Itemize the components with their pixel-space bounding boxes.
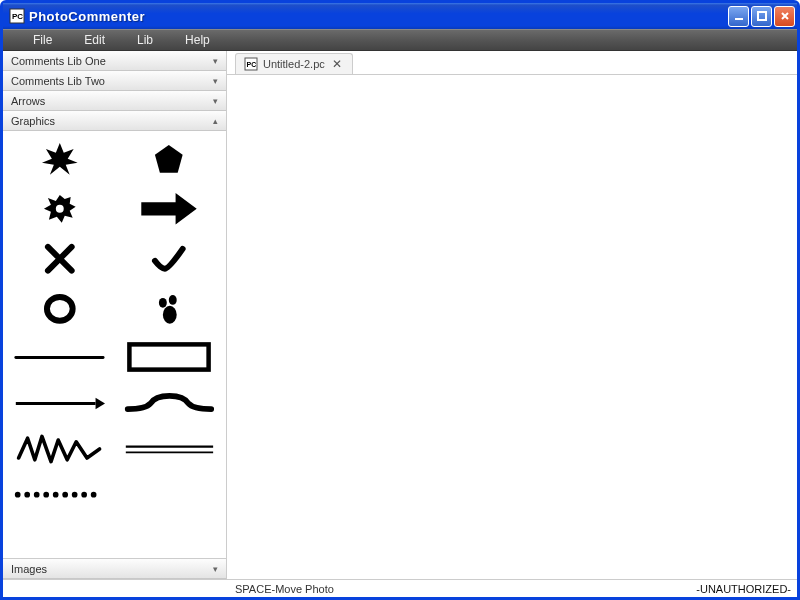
section-label: Comments Lib One	[11, 55, 106, 67]
sidebar-section-comments-lib-one[interactable]: Comments Lib One ▾	[3, 51, 226, 71]
app-window: PC PhotoCommenter File Edit Lib Help Com…	[0, 0, 800, 600]
svg-point-20	[91, 492, 97, 498]
svg-point-17	[63, 492, 69, 498]
section-label: Images	[11, 563, 47, 575]
section-label: Arrows	[11, 95, 45, 107]
shape-scribble-zigzag[interactable]	[7, 429, 113, 469]
document-tab[interactable]: PC Untitled-2.pc ✕	[235, 53, 353, 74]
shape-double-underline[interactable]	[117, 429, 223, 469]
maximize-button[interactable]	[751, 6, 772, 27]
svg-text:PC: PC	[12, 12, 23, 21]
shape-right-arrow[interactable]	[117, 187, 223, 231]
chevron-down-icon: ▾	[213, 56, 218, 66]
menu-help[interactable]: Help	[169, 30, 226, 50]
graphics-panel	[3, 131, 226, 559]
section-label: Graphics	[11, 115, 55, 127]
svg-point-18	[72, 492, 78, 498]
menu-edit[interactable]: Edit	[68, 30, 121, 50]
sidebar-section-comments-lib-two[interactable]: Comments Lib Two ▾	[3, 71, 226, 91]
sidebar-section-arrows[interactable]: Arrows ▾	[3, 91, 226, 111]
svg-point-12	[15, 492, 21, 498]
canvas[interactable]	[227, 75, 797, 579]
chevron-down-icon: ▾	[213, 76, 218, 86]
tab-close-icon[interactable]: ✕	[330, 58, 344, 70]
section-label: Comments Lib Two	[11, 75, 105, 87]
shape-checkmark[interactable]	[117, 237, 223, 281]
menu-lib[interactable]: Lib	[121, 30, 169, 50]
svg-point-7	[47, 297, 73, 321]
shape-thin-arrow[interactable]	[7, 383, 113, 423]
status-right: -UNAUTHORIZED-	[696, 583, 791, 595]
shape-grid	[7, 137, 222, 515]
statusbar: SPACE-Move Photo -UNAUTHORIZED-	[3, 579, 797, 597]
svg-point-19	[82, 492, 88, 498]
document-icon: PC	[244, 57, 258, 71]
shape-gear-blob[interactable]	[7, 187, 113, 231]
shape-curly-brace[interactable]	[117, 383, 223, 423]
titlebar[interactable]: PC PhotoCommenter	[3, 3, 797, 29]
document-tabstrip: PC Untitled-2.pc ✕	[227, 51, 797, 75]
svg-point-9	[169, 295, 177, 305]
shape-burst-star[interactable]	[7, 137, 113, 181]
shape-circle-outline[interactable]	[7, 287, 113, 331]
shape-dotted-line[interactable]	[7, 475, 113, 515]
svg-rect-11	[130, 344, 209, 369]
chevron-up-icon: ▴	[213, 116, 218, 126]
status-hint: SPACE-Move Photo	[235, 583, 334, 595]
menubar: File Edit Lib Help	[3, 29, 797, 51]
svg-point-8	[159, 298, 167, 308]
svg-point-16	[53, 492, 59, 498]
tab-label: Untitled-2.pc	[263, 58, 325, 70]
svg-text:PC: PC	[247, 61, 257, 68]
app-icon: PC	[9, 8, 25, 24]
svg-point-10	[163, 306, 177, 324]
main-content: Comments Lib One ▾ Comments Lib Two ▾ Ar…	[3, 51, 797, 579]
chevron-down-icon: ▾	[213, 96, 218, 106]
shape-footprints[interactable]	[117, 287, 223, 331]
svg-point-13	[25, 492, 31, 498]
shape-cross-x[interactable]	[7, 237, 113, 281]
svg-marker-4	[42, 143, 78, 175]
shape-thin-underline[interactable]	[7, 337, 113, 377]
menu-file[interactable]: File	[17, 30, 68, 50]
shape-rectangle-outline[interactable]	[117, 337, 223, 377]
window-controls	[728, 6, 795, 27]
canvas-area: PC Untitled-2.pc ✕	[227, 51, 797, 579]
chevron-down-icon: ▾	[213, 564, 218, 574]
window-title: PhotoCommenter	[29, 9, 728, 24]
sidebar-section-images[interactable]: Images ▾	[3, 559, 226, 579]
close-button[interactable]	[774, 6, 795, 27]
shape-pentagon[interactable]	[117, 137, 223, 181]
svg-marker-5	[155, 145, 183, 173]
minimize-button[interactable]	[728, 6, 749, 27]
svg-point-6	[56, 205, 64, 213]
svg-rect-3	[758, 12, 766, 20]
sidebar: Comments Lib One ▾ Comments Lib Two ▾ Ar…	[3, 51, 227, 579]
sidebar-section-graphics[interactable]: Graphics ▴	[3, 111, 226, 131]
svg-rect-2	[735, 18, 743, 20]
svg-point-15	[44, 492, 50, 498]
svg-point-14	[34, 492, 40, 498]
shape-empty	[117, 475, 223, 515]
